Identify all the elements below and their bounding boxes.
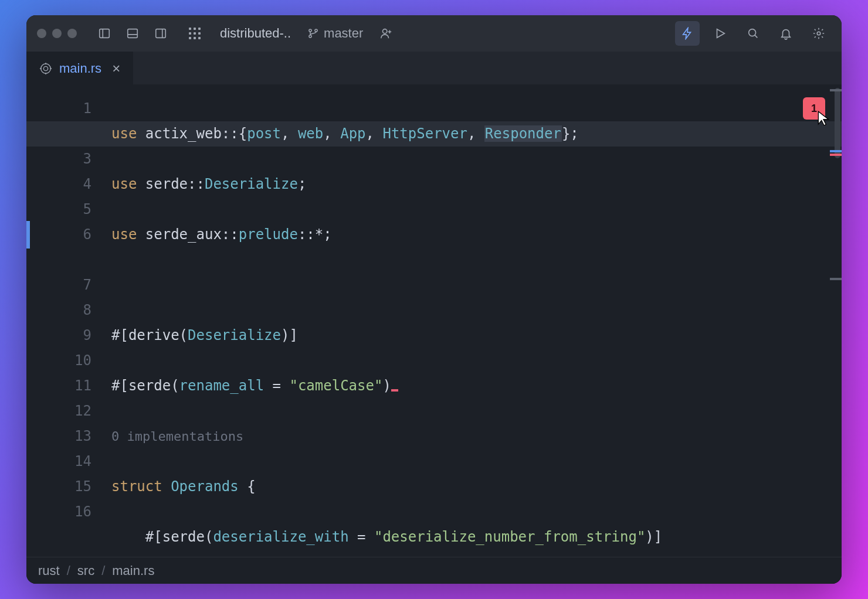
panel-bottom-icon[interactable] xyxy=(121,22,144,45)
editor[interactable]: 1 2 3 4 5 6 7 8 9 10 11 12 13 14 15 16 u… xyxy=(26,84,842,557)
panel-left-icon[interactable] xyxy=(93,22,116,45)
svg-rect-0 xyxy=(100,29,110,38)
titlebar: distributed-.. master xyxy=(26,15,842,52)
minimize-window-icon[interactable] xyxy=(52,29,62,38)
scroll-marker xyxy=(830,154,842,156)
search-icon[interactable] xyxy=(741,21,765,46)
breadcrumb-seg[interactable]: main.rs xyxy=(112,563,154,578)
mouse-cursor-icon xyxy=(816,110,831,128)
svg-point-16 xyxy=(41,64,51,74)
tab-close-icon[interactable]: × xyxy=(112,60,120,77)
settings-icon[interactable] xyxy=(806,21,831,46)
inlay-hint[interactable]: 0 implementations xyxy=(111,424,842,449)
panel-right-icon[interactable] xyxy=(150,22,172,45)
breadcrumb-seg[interactable]: rust xyxy=(38,563,60,578)
breadcrumb[interactable]: rust / src / main.rs xyxy=(26,557,842,584)
code-line: struct Operands { xyxy=(111,474,842,499)
svg-point-13 xyxy=(749,29,756,36)
maximize-window-icon[interactable] xyxy=(67,29,77,38)
svg-marker-12 xyxy=(717,29,725,38)
code-line xyxy=(111,273,842,298)
scroll-marker xyxy=(830,278,842,280)
svg-point-15 xyxy=(817,32,820,35)
line-gutter: 1 2 3 4 5 6 7 8 9 10 11 12 13 14 15 16 xyxy=(26,84,111,557)
close-window-icon[interactable] xyxy=(37,29,46,38)
code-line: use serde_aux::prelude::*; xyxy=(111,222,842,247)
code-line: #[serde(deserialize_with = "deserialize_… xyxy=(111,525,842,550)
code-line: #[serde(rename_all = "camelCase") xyxy=(111,373,842,399)
code-area[interactable]: use actix_web::{post, web, App, HttpServ… xyxy=(111,84,842,557)
add-user-icon[interactable] xyxy=(375,22,397,45)
breadcrumb-seg[interactable]: src xyxy=(77,563,94,578)
tab-main-rs[interactable]: main.rs × xyxy=(26,52,133,84)
branch-name: master xyxy=(324,26,363,41)
project-name[interactable]: distributed-.. xyxy=(220,26,291,41)
scrollbar[interactable] xyxy=(830,84,842,557)
gutter-marker xyxy=(26,221,30,249)
code-line: use actix_web::{post, web, App, HttpServ… xyxy=(26,121,842,147)
svg-point-17 xyxy=(43,66,48,70)
tab-bar: main.rs × xyxy=(26,52,842,84)
branch-icon xyxy=(307,28,319,39)
svg-line-14 xyxy=(755,35,757,38)
cursor xyxy=(391,389,398,392)
breadcrumb-sep: / xyxy=(101,563,105,578)
ai-lightning-icon[interactable] xyxy=(675,21,700,46)
scroll-marker xyxy=(830,150,842,152)
run-icon[interactable] xyxy=(708,21,733,46)
tab-filename: main.rs xyxy=(59,61,101,76)
svg-rect-4 xyxy=(156,29,166,38)
rust-file-icon xyxy=(39,62,52,75)
svg-point-9 xyxy=(383,29,387,33)
window-controls xyxy=(37,29,77,38)
scroll-marker xyxy=(830,89,842,91)
editor-window: distributed-.. master xyxy=(26,15,842,584)
bell-icon[interactable] xyxy=(774,21,798,46)
svg-point-7 xyxy=(309,35,311,38)
svg-point-8 xyxy=(315,29,317,32)
code-line: #[derive(Deserialize)] xyxy=(111,323,842,348)
scroll-thumb[interactable] xyxy=(835,88,840,158)
breadcrumb-sep: / xyxy=(67,563,70,578)
code-line: use serde::Deserialize; xyxy=(111,172,842,197)
git-branch[interactable]: master xyxy=(307,26,363,41)
svg-rect-2 xyxy=(128,29,138,38)
svg-point-6 xyxy=(309,29,311,32)
grid-icon[interactable] xyxy=(184,22,206,45)
